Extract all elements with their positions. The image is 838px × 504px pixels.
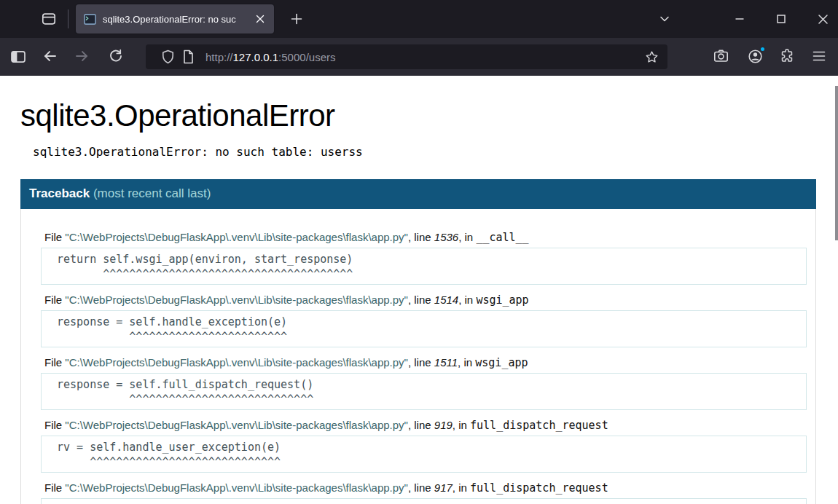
screenshot-camera-icon[interactable]	[710, 45, 732, 67]
frame-lineno: 1536	[434, 231, 458, 243]
traceback-container: File "C:\WebProjects\DebugFlaskApp\.venv…	[20, 209, 816, 504]
url-path: :5000/users	[278, 51, 335, 63]
frame-source[interactable]: rv = self.handle_user_exception(e) ^^^^^…	[41, 436, 807, 473]
frame-filename: "C:\WebProjects\DebugFlaskApp\.venv\Lib\…	[65, 356, 408, 369]
traceback-frame[interactable]: File "C:\WebProjects\DebugFlaskApp\.venv…	[41, 231, 807, 285]
frame-function: full_dispatch_request	[470, 419, 608, 432]
page-info-icon[interactable]	[178, 47, 198, 67]
frame-location: File "C:\WebProjects\DebugFlaskApp\.venv…	[44, 356, 807, 369]
url-host: 127.0.0.1	[233, 51, 279, 63]
browser-tab[interactable]: sqlite3.OperationalError: no suc	[76, 4, 274, 34]
new-tab-icon[interactable]	[286, 8, 308, 30]
url-bar[interactable]: http://127.0.0.1:5000/users	[146, 44, 667, 69]
frame-source[interactable]: response = self.handle_exception(e) ^^^^…	[41, 310, 807, 347]
caret-anchors: ^^^^^^^^^^^^^^^^^^^^^^^^	[57, 329, 806, 344]
code-line: rv = self.handle_user_exception(e)	[57, 440, 806, 454]
frame-function: full_dispatch_request	[470, 481, 608, 495]
list-all-tabs-chevron-icon[interactable]	[654, 8, 676, 30]
traceback-header: Traceback (most recent call last)	[20, 179, 816, 209]
reload-icon[interactable]	[105, 45, 127, 67]
account-icon[interactable]	[744, 45, 766, 67]
code-line: response = self.handle_exception(e)	[57, 315, 806, 329]
shield-icon[interactable]	[157, 47, 178, 67]
window-maximize-icon[interactable]	[770, 8, 792, 30]
page-title: sqlite3.OperationalError	[20, 98, 838, 133]
browser-navbar: http://127.0.0.1:5000/users	[0, 38, 838, 76]
tab-close-icon[interactable]	[252, 11, 268, 27]
tab-separator	[68, 9, 68, 28]
hamburger-menu-icon[interactable]	[808, 45, 830, 67]
frame-location: File "C:\WebProjects\DebugFlaskApp\.venv…	[44, 481, 807, 495]
window-close-icon[interactable]	[812, 8, 834, 30]
traceback-frame[interactable]: File "C:\WebProjects\DebugFlaskApp\.venv…	[41, 294, 807, 347]
frame-source[interactable]: return self.wsgi_app(environ, start_resp…	[41, 248, 807, 285]
frame-lineno: 919	[434, 419, 453, 431]
sidebar-toggle-icon[interactable]	[7, 46, 29, 68]
frame-location: File "C:\WebProjects\DebugFlaskApp\.venv…	[44, 294, 807, 307]
traceback-header-subtitle: (most recent call last)	[90, 186, 211, 200]
error-page: sqlite3.OperationalError sqlite3.Operati…	[0, 76, 838, 504]
frame-location: File "C:\WebProjects\DebugFlaskApp\.venv…	[44, 419, 807, 432]
code-line: response = self.full_dispatch_request()	[57, 377, 806, 392]
frame-lineno: 1514	[434, 294, 458, 306]
frame-source[interactable]: response = self.full_dispatch_request() …	[41, 373, 807, 410]
frame-location: File "C:\WebProjects\DebugFlaskApp\.venv…	[44, 231, 807, 244]
url-scheme: http://	[205, 51, 233, 63]
terminal-favicon-icon	[84, 14, 96, 25]
scrollbar-thumb[interactable]	[835, 86, 838, 240]
caret-anchors: ^^^^^^^^^^^^^^^^^^^^^^^^^^^^	[57, 392, 806, 406]
frame-source[interactable]	[41, 498, 807, 504]
forward-icon[interactable]	[71, 45, 93, 67]
caret-anchors: ^^^^^^^^^^^^^^^^^^^^^^^^^^^^^	[57, 454, 806, 469]
frame-lineno: 1511	[434, 356, 458, 369]
frame-function: __call__	[476, 231, 528, 244]
traceback-header-title: Traceback	[29, 186, 90, 200]
firefox-view-icon[interactable]	[38, 8, 60, 30]
traceback-frame[interactable]: File "C:\WebProjects\DebugFlaskApp\.venv…	[41, 481, 807, 504]
url-text[interactable]: http://127.0.0.1:5000/users	[205, 51, 641, 63]
window-minimize-icon[interactable]	[729, 8, 751, 30]
frame-function: wsgi_app	[475, 356, 528, 369]
extensions-puzzle-icon[interactable]	[776, 45, 798, 67]
frame-filename: "C:\WebProjects\DebugFlaskApp\.venv\Lib\…	[65, 231, 408, 243]
code-line: return self.wsgi_app(environ, start_resp…	[57, 252, 806, 267]
frame-filename: "C:\WebProjects\DebugFlaskApp\.venv\Lib\…	[65, 419, 408, 431]
frame-filename: "C:\WebProjects\DebugFlaskApp\.venv\Lib\…	[65, 481, 408, 494]
traceback-frame[interactable]: File "C:\WebProjects\DebugFlaskApp\.venv…	[41, 419, 807, 473]
error-detail[interactable]: sqlite3.OperationalError: no such table:…	[33, 145, 838, 159]
tab-title: sqlite3.OperationalError: no suc	[103, 14, 252, 25]
bookmark-star-icon[interactable]	[641, 47, 662, 67]
frame-lineno: 917	[434, 481, 453, 494]
caret-anchors: ^^^^^^^^^^^^^^^^^^^^^^^^^^^^^^^^^^^^^^	[57, 267, 806, 281]
notification-dot	[759, 46, 766, 52]
browser-titlebar: sqlite3.OperationalError: no suc	[0, 0, 838, 38]
frame-function: wsgi_app	[476, 294, 528, 307]
frame-filename: "C:\WebProjects\DebugFlaskApp\.venv\Lib\…	[65, 294, 408, 306]
traceback-frame[interactable]: File "C:\WebProjects\DebugFlaskApp\.venv…	[41, 356, 807, 410]
back-icon[interactable]	[39, 45, 61, 67]
